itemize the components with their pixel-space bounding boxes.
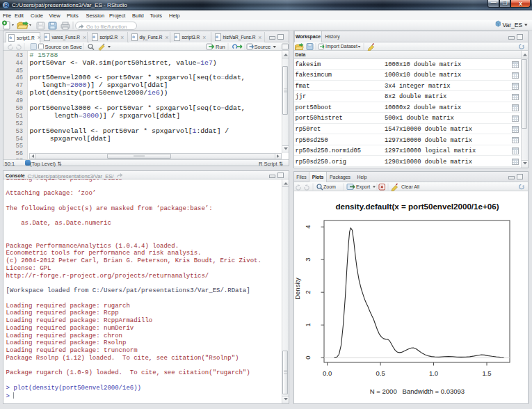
svg-text:4: 4 xyxy=(305,225,312,229)
svg-text:density.default(x = port50enve: density.default(x = port50envel2000/1e+0… xyxy=(336,202,499,211)
svg-text:0.0: 0.0 xyxy=(323,369,332,377)
svg-text:1.5: 1.5 xyxy=(482,369,491,377)
svg-text:0.5: 0.5 xyxy=(376,369,385,377)
svg-text:Density: Density xyxy=(293,278,301,300)
svg-text:1: 1 xyxy=(305,323,312,327)
svg-text:0: 0 xyxy=(305,356,312,360)
svg-text:3: 3 xyxy=(305,258,312,262)
svg-text:N = 2000 Bandwidth = 0.03093: N = 2000 Bandwidth = 0.03093 xyxy=(370,387,465,395)
svg-text:2: 2 xyxy=(305,291,312,294)
svg-text:1.0: 1.0 xyxy=(429,369,438,377)
